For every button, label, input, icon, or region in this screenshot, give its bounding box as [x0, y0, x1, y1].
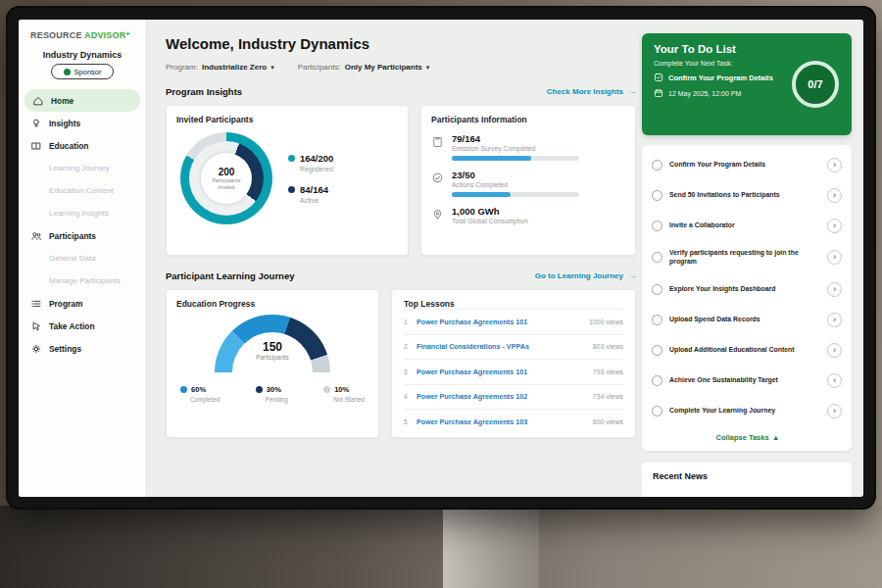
metric-value: 79/164 — [452, 133, 579, 144]
arrow-right-icon: → — [628, 87, 636, 96]
chevron-right-icon[interactable]: › — [827, 343, 842, 358]
task-row-complete-learning-journey[interactable]: Complete Your Learning Journey › — [651, 396, 843, 426]
task-checkbox[interactable] — [652, 220, 662, 231]
legend-label: Active — [300, 197, 333, 204]
sidebar-item-settings[interactable]: Settings — [19, 337, 146, 360]
task-label: Upload Spend Data Records — [669, 316, 820, 324]
lesson-row: 4 Power Purchase Agreements 102 734 view… — [404, 384, 623, 410]
chevron-right-icon[interactable]: › — [827, 250, 842, 265]
sidebar-item-participants[interactable]: Participants — [19, 224, 146, 247]
task-row-invite-collaborator[interactable]: Invite a Collaborator › — [651, 211, 843, 241]
legend-label: Registered — [300, 166, 333, 172]
lesson-views: 600 views — [593, 418, 623, 425]
chevron-down-icon: ▾ — [426, 64, 430, 72]
nav-label: Insights — [49, 119, 80, 128]
nav-label: Education — [49, 141, 88, 151]
participants-select[interactable]: Participants: Only My Participants ▾ — [298, 63, 430, 72]
chevron-right-icon[interactable]: › — [827, 404, 842, 418]
chevron-right-icon[interactable]: › — [827, 188, 842, 203]
task-checkbox[interactable] — [652, 345, 662, 356]
location-pin-icon — [431, 207, 444, 220]
todo-next-task[interactable]: Confirm Your Program Details — [654, 73, 779, 82]
section-title: Program Insights — [166, 86, 242, 97]
chevron-right-icon[interactable]: › — [827, 313, 842, 327]
link-label: Go to Learning Journey — [535, 271, 623, 280]
check-more-insights-link[interactable]: Check More Insights → — [547, 87, 636, 96]
chevron-right-icon[interactable]: › — [827, 282, 842, 297]
legend-pct: 30% — [267, 385, 281, 394]
completed-dot — [180, 386, 187, 393]
program-select[interactable]: Program: Industrialize Zero ▾ — [166, 63, 274, 72]
task-row-upload-educational-content[interactable]: Upload Additional Educational Content › — [651, 335, 843, 366]
task-row-explore-insights[interactable]: Explore Your Insights Dashboard › — [651, 274, 843, 305]
program-value: Industrialize Zero — [202, 63, 267, 72]
sidebar-item-insights[interactable]: Insights — [19, 112, 146, 134]
metric-label: Actions Completed — [452, 181, 579, 188]
task-row-upload-spend-data[interactable]: Upload Spend Data Records › — [651, 305, 843, 335]
card-title: Participants Information — [431, 115, 625, 124]
lesson-views: 803 views — [593, 343, 623, 350]
sponsor-badge[interactable]: Sponsor — [51, 64, 114, 79]
lesson-link[interactable]: Power Purchase Agreements 101 — [416, 368, 593, 376]
sidebar-item-education-content[interactable]: Education Content — [19, 179, 146, 202]
sidebar-item-take-action[interactable]: Take Action — [19, 315, 146, 337]
task-checkbox[interactable] — [652, 406, 662, 416]
logo-advisor: ADVISOR — [84, 30, 125, 40]
sidebar-item-program[interactable]: Program — [19, 292, 146, 315]
insights-cards-row: Invited Participants 200 Participants In… — [166, 105, 636, 256]
task-checkbox[interactable] — [652, 252, 662, 263]
task-row-verify-participants[interactable]: Verify participants requesting to join t… — [651, 241, 843, 274]
invited-participants-donut-chart: 200 Participants Invited — [180, 132, 272, 224]
lesson-rank: 4 — [404, 393, 416, 400]
task-checkbox[interactable] — [652, 315, 662, 325]
chevron-right-icon[interactable]: › — [827, 219, 842, 233]
chevron-right-icon[interactable]: › — [827, 373, 842, 388]
chevron-right-icon[interactable]: › — [827, 158, 842, 172]
invited-participants-card: Invited Participants 200 Participants In… — [166, 105, 409, 256]
nav-label: Learning Insights — [49, 209, 109, 218]
chevron-down-icon: ▾ — [270, 64, 274, 72]
sidebar-item-education[interactable]: Education — [19, 134, 146, 157]
task-checkbox[interactable] — [652, 190, 662, 201]
task-row-sustainability-target[interactable]: Achieve One Sustainability Target › — [651, 366, 843, 396]
sidebar-item-learning-journey[interactable]: Learning Journey — [19, 157, 146, 179]
nav-label: Program — [49, 299, 82, 309]
task-row-confirm-program[interactable]: Confirm Your Program Details › — [651, 150, 843, 180]
go-to-learning-journey-link[interactable]: Go to Learning Journey → — [535, 271, 636, 280]
program-label: Program: — [166, 63, 198, 72]
lesson-link[interactable]: Financial Considerations - VPPAs — [416, 342, 593, 351]
sidebar-item-general-data[interactable]: General Data — [19, 247, 146, 270]
card-title: Education Progress — [176, 299, 368, 309]
participants-value: Only My Participants — [345, 63, 422, 72]
lesson-link[interactable]: Power Purchase Agreements 102 — [416, 392, 593, 401]
nav-label: Home — [51, 96, 74, 106]
task-checkbox[interactable] — [652, 284, 662, 295]
lesson-rank: 1 — [404, 318, 416, 325]
nav-label: Take Action — [49, 321, 95, 331]
lesson-link[interactable]: Power Purchase Agreements 103 — [416, 417, 593, 426]
sidebar-item-home[interactable]: Home — [24, 89, 140, 112]
task-checkbox[interactable] — [652, 375, 662, 386]
legend-label: Pending — [266, 396, 288, 403]
nav-label: Education Content — [49, 186, 114, 195]
lesson-views: 1000 views — [589, 318, 623, 325]
task-checkbox[interactable] — [652, 160, 662, 171]
monitor-stand — [443, 506, 539, 588]
task-label: Send 50 Invitations to Participants — [669, 191, 820, 200]
arrow-right-icon: → — [628, 271, 636, 280]
nav-label: Manage Participants — [49, 276, 121, 285]
nav-label: Settings — [49, 344, 81, 354]
task-label: Achieve One Sustainability Target — [669, 376, 820, 385]
chevron-up-icon: ▴ — [774, 433, 778, 442]
lesson-link[interactable]: Power Purchase Agreements 101 — [416, 318, 589, 326]
sponsor-icon — [64, 69, 71, 75]
sidebar-item-manage-participants[interactable]: Manage Participants — [19, 270, 146, 292]
sidebar-item-learning-insights[interactable]: Learning Insights — [19, 202, 146, 224]
task-row-send-invitations[interactable]: Send 50 Invitations to Participants › — [651, 180, 843, 211]
nav-label: Learning Journey — [49, 164, 110, 172]
main-content: Welcome, Industry Dynamics Program: Indu… — [146, 20, 636, 497]
collapse-tasks-button[interactable]: Collapse Tasks ▴ — [651, 426, 843, 448]
nav-label: Participants — [49, 231, 96, 241]
sponsor-label: Sponsor — [74, 68, 102, 76]
lesson-row: 2 Financial Considerations - VPPAs 803 v… — [404, 334, 623, 360]
